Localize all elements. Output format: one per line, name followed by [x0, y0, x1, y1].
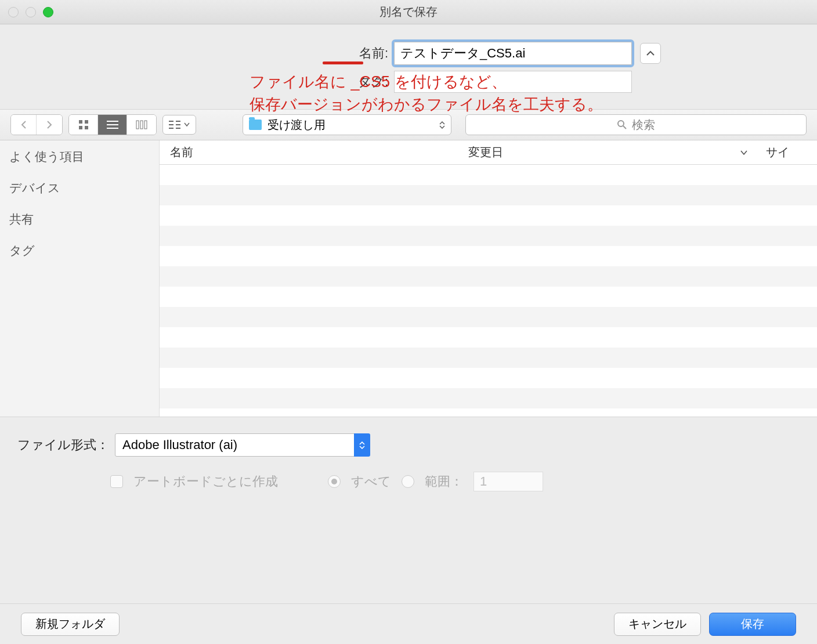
folder-popup[interactable]: 受け渡し用: [243, 114, 451, 135]
search-icon: [617, 120, 627, 130]
column-name[interactable]: 名前: [160, 144, 461, 160]
arrange-icon: [169, 120, 182, 129]
options-row: アートボードごとに作成 すべて 範囲：: [110, 472, 800, 491]
list-row[interactable]: [160, 327, 817, 348]
svg-rect-10: [169, 121, 173, 122]
list-row[interactable]: [160, 246, 817, 266]
cancel-button[interactable]: キャンセル: [614, 613, 701, 636]
svg-rect-14: [176, 124, 180, 125]
svg-rect-9: [144, 121, 147, 129]
sort-descending-icon: [740, 150, 747, 155]
titlebar: 別名で保存: [0, 0, 817, 24]
column-header: 名前 変更日 サイ: [160, 140, 817, 165]
list-row[interactable]: [160, 266, 817, 287]
select-stepper-icon[interactable]: [354, 433, 370, 457]
svg-rect-5: [107, 124, 118, 125]
list-row[interactable]: [160, 348, 817, 368]
artboards-checkbox: [110, 475, 123, 488]
list-row[interactable]: [160, 185, 817, 205]
new-folder-button[interactable]: 新規フォルダ: [21, 613, 120, 636]
browser-body: よく使う項目 デバイス 共有 タグ 名前 変更日 サイ: [0, 140, 817, 417]
list-row[interactable]: [160, 226, 817, 246]
icon-view-button[interactable]: [69, 115, 98, 135]
filename-input[interactable]: [394, 42, 632, 65]
collapse-button[interactable]: [640, 43, 661, 64]
svg-rect-4: [107, 121, 118, 122]
list-row[interactable]: [160, 388, 817, 408]
range-radio: [402, 475, 414, 488]
updown-caret-icon: [439, 121, 445, 129]
window-title: 別名で保存: [0, 4, 817, 20]
save-button[interactable]: 保存: [709, 613, 796, 636]
list-row[interactable]: [160, 287, 817, 307]
arrange-button[interactable]: [162, 115, 196, 135]
list-row[interactable]: [160, 205, 817, 226]
chevron-down-icon: [184, 122, 190, 127]
sidebar: よく使う項目 デバイス 共有 タグ: [0, 140, 160, 417]
svg-rect-0: [79, 120, 82, 124]
sidebar-devices[interactable]: デバイス: [9, 180, 150, 196]
column-view-button[interactable]: [127, 115, 156, 135]
forward-button[interactable]: [37, 115, 62, 135]
column-modified[interactable]: 変更日: [461, 144, 759, 160]
footer: 新規フォルダ キャンセル 保存: [0, 603, 817, 644]
search-placeholder: 検索: [632, 117, 655, 133]
svg-rect-8: [140, 121, 143, 129]
sidebar-tags[interactable]: タグ: [9, 243, 150, 259]
chevron-up-icon: [646, 50, 655, 56]
svg-rect-11: [169, 124, 173, 125]
search-field[interactable]: 検索: [465, 114, 807, 135]
svg-rect-13: [176, 121, 180, 122]
filename-label: 名前:: [156, 45, 394, 62]
upper-panel: 名前: タグ: ファイル名に _CS5 を付けるなど、 保存バージョンがわかるフ…: [0, 24, 817, 107]
back-button[interactable]: [11, 115, 37, 135]
svg-rect-12: [169, 128, 173, 129]
all-label: すべて: [351, 473, 391, 490]
range-input: [473, 472, 543, 491]
view-mode-segment: [68, 114, 157, 135]
range-label: 範囲：: [425, 473, 463, 490]
format-value: Adobe Illustrator (ai): [122, 437, 237, 453]
nav-back-forward: [10, 114, 63, 135]
file-rows: [160, 165, 817, 408]
svg-point-16: [618, 121, 624, 126]
annotation-underline: [323, 61, 363, 64]
svg-rect-15: [176, 128, 180, 129]
svg-rect-1: [85, 120, 88, 124]
svg-rect-3: [85, 126, 88, 129]
svg-rect-2: [79, 126, 82, 129]
sidebar-favorites[interactable]: よく使う項目: [9, 149, 150, 165]
format-label: ファイル形式：: [17, 436, 109, 454]
svg-line-17: [623, 126, 626, 129]
list-row[interactable]: [160, 368, 817, 388]
svg-rect-6: [107, 128, 118, 129]
format-select[interactable]: Adobe Illustrator (ai): [115, 433, 364, 457]
list-view-button[interactable]: [98, 115, 127, 135]
folder-name: 受け渡し用: [267, 117, 326, 133]
list-row[interactable]: [160, 165, 817, 185]
all-radio: [328, 475, 341, 488]
tag-label: タグ:: [156, 73, 394, 91]
sidebar-shared[interactable]: 共有: [9, 211, 150, 227]
file-list: 名前 変更日 サイ: [160, 140, 817, 417]
bottom-panel: ファイル形式： Adobe Illustrator (ai) アートボードごとに…: [0, 417, 817, 588]
list-row[interactable]: [160, 307, 817, 327]
tag-input[interactable]: [394, 71, 632, 93]
svg-rect-7: [136, 121, 139, 129]
toolbar: 受け渡し用 検索: [0, 109, 817, 140]
column-size[interactable]: サイ: [759, 144, 817, 160]
artboards-label: アートボードごとに作成: [133, 473, 278, 490]
folder-icon: [249, 120, 262, 130]
